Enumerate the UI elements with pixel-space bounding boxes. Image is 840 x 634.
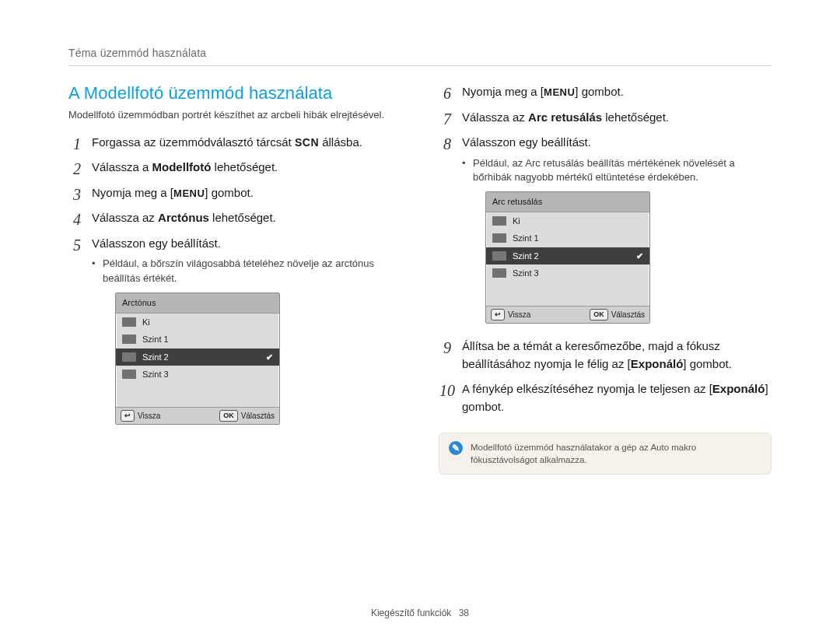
lcd-row-2-selected: Szint 2✔ (486, 247, 649, 265)
lcd-back: ↩Vissza (491, 309, 530, 321)
step-text: Nyomja meg a [ (462, 85, 544, 98)
steps-left: Forgassa az üzemmódválasztó tárcsát SCN … (68, 134, 401, 425)
step-bold: Exponáló (712, 382, 765, 395)
running-head: Téma üzemmód használata (68, 47, 772, 66)
lcd-row-ki: Ki (116, 313, 279, 331)
step-7: Válassza az Arc retusálás lehetőséget. (439, 109, 772, 127)
page-number: 38 (459, 608, 469, 618)
step-9: Állítsa be a témát a keresőmezőbe, majd … (439, 338, 772, 373)
sub-bullet: Például, a bőrszín világosabbá tételéhez… (92, 257, 401, 286)
step-6: Nyomja meg a [MENU] gombot. (439, 83, 772, 101)
lcd-ok: OKVálasztás (219, 410, 275, 422)
step-text: Nyomja meg a [ (92, 186, 173, 199)
step-1: Forgassa az üzemmódválasztó tárcsát SCN … (68, 134, 401, 152)
note-text: Modellfotó üzemmód használatakor a gép a… (471, 441, 761, 466)
step-text: Válasszon egy beállítást. (462, 135, 591, 149)
lcd-row-2-selected: Szint 2✔ (116, 349, 279, 366)
lcd-ok-label: Választás (611, 309, 645, 321)
step-10: A fénykép elkészítéséhez nyomja le telje… (439, 380, 772, 415)
step-5: Válasszon egy beállítást. Például, a bőr… (68, 235, 401, 425)
step-bold: Modellfotó (152, 160, 212, 173)
lcd-footer: ↩Vissza OKVálasztás (486, 306, 649, 324)
step-8: Válasszon egy beállítást. Például, az Ar… (439, 134, 772, 324)
lcd-title: Arctónus (116, 293, 279, 313)
check-icon: ✔ (636, 250, 643, 263)
ok-key-icon: OK (219, 410, 238, 422)
step-text: állásba. (319, 135, 362, 149)
level-off-icon (122, 317, 136, 327)
manual-page: Téma üzemmód használata A Modellfotó üze… (0, 0, 840, 506)
lcd-row-3: Szint 3 (116, 366, 279, 384)
left-column: A Modellfotó üzemmód használata Modellfo… (68, 83, 401, 475)
lcd-arc-retusalas: Arc retusálás Ki Szint 1 Szint 2✔ Szint … (485, 191, 650, 324)
step-3: Nyomja meg a [MENU] gombot. (68, 184, 401, 202)
ok-key-icon: OK (590, 309, 608, 321)
step-text: ] gombot. (683, 357, 732, 370)
step-text: lehetőséget. (211, 160, 278, 173)
step-text: Forgassa az üzemmódválasztó tárcsát (92, 135, 295, 149)
lcd-row-label: Szint 3 (142, 368, 169, 381)
scn-glyph: SCN (295, 136, 319, 149)
lcd-row-label: Szint 1 (513, 232, 539, 245)
step-4: Válassza az Arctónus lehetőséget. (68, 209, 401, 227)
menu-glyph: MENU (173, 187, 205, 199)
lcd-spacer (116, 384, 279, 407)
step-5-sub: Például, a bőrszín világosabbá tételéhez… (92, 257, 401, 286)
lcd-row-1: Szint 1 (116, 331, 279, 349)
lcd-ok: OKVálasztás (590, 309, 645, 321)
check-icon: ✔ (266, 351, 273, 364)
step-text: ] gombot. (205, 186, 254, 199)
step-2: Válassza a Modellfotó lehetőséget. (68, 159, 401, 177)
lcd-row-label: Ki (513, 215, 520, 228)
step-text: A fénykép elkészítéséhez nyomja le telje… (462, 382, 712, 395)
lcd-back-label: Vissza (508, 309, 530, 321)
page-footer: Kiegészítő funkciók 38 (0, 608, 840, 618)
footer-section: Kiegészítő funkciók (371, 608, 451, 618)
level-1-icon (122, 335, 136, 344)
step-8-sub: Például, az Arc retusálás beállítás mért… (462, 156, 772, 186)
lcd-row-label: Szint 2 (142, 351, 169, 364)
intro-text: Modellfotó üzemmódban portrét készíthet … (68, 108, 401, 123)
step-text: Válassza az (92, 211, 158, 224)
menu-glyph: MENU (544, 86, 575, 98)
lcd-back-label: Vissza (138, 410, 160, 422)
back-key-icon: ↩ (491, 309, 505, 321)
level-3-icon (122, 370, 136, 379)
right-column: Nyomja meg a [MENU] gombot. Válassza az … (439, 83, 772, 475)
back-key-icon: ↩ (121, 410, 135, 422)
step-bold: Exponáló (631, 357, 684, 370)
step-text: Válassza az (462, 110, 528, 124)
lcd-footer: ↩Vissza OKVálasztás (116, 407, 279, 425)
lcd-row-label: Szint 2 (513, 250, 539, 263)
level-off-icon (492, 216, 506, 226)
section-heading: A Modellfotó üzemmód használata (68, 83, 401, 103)
step-bold: Arc retusálás (528, 110, 602, 124)
level-2-icon (492, 251, 506, 261)
lcd-arctonus: Arctónus Ki Szint 1 Szint 2✔ Szint 3 ↩Vi… (115, 292, 280, 425)
step-bold: Arctónus (158, 211, 209, 224)
step-text: lehetőséget. (602, 110, 669, 124)
lcd-row-ki: Ki (486, 212, 649, 230)
lcd-row-3: Szint 3 (486, 264, 649, 282)
lcd-spacer (486, 282, 649, 306)
lcd-row-label: Szint 1 (142, 333, 169, 346)
step-text: lehetőséget. (209, 211, 276, 224)
info-icon: ✎ (449, 441, 463, 455)
lcd-ok-label: Választás (241, 410, 275, 422)
sub-bullet: Például, az Arc retusálás beállítás mért… (462, 156, 772, 186)
step-text: ] gombot. (575, 85, 624, 98)
step-text: Válassza a (92, 160, 152, 173)
level-1-icon (492, 233, 506, 243)
lcd-row-label: Szint 3 (513, 267, 539, 280)
info-note: ✎ Modellfotó üzemmód használatakor a gép… (439, 433, 772, 475)
lcd-row-label: Ki (142, 316, 150, 329)
level-2-icon (122, 352, 136, 362)
level-3-icon (492, 268, 506, 278)
lcd-title: Arc retusálás (486, 192, 649, 212)
steps-right: Nyomja meg a [MENU] gombot. Válassza az … (439, 83, 772, 415)
two-column-layout: A Modellfotó üzemmód használata Modellfo… (68, 83, 772, 475)
step-text: Válasszon egy beállítást. (92, 236, 221, 250)
lcd-row-1: Szint 1 (486, 229, 649, 247)
lcd-back: ↩Vissza (121, 410, 160, 422)
